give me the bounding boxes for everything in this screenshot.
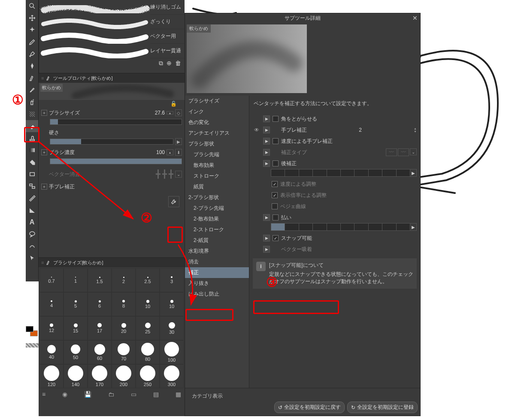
correct-type-option-icon[interactable]: 〰 [386, 148, 397, 156]
expand-icon[interactable]: ▶ [263, 160, 270, 167]
tool-cursor-icon[interactable] [26, 252, 38, 264]
category-paper[interactable]: 紙質 [185, 181, 249, 192]
subtool-add-icon[interactable]: ⊕ [167, 60, 172, 67]
brushsize-cell[interactable]: 0.7 [39, 268, 64, 292]
dialog-titlebar[interactable]: サブツール詳細 ✕ [185, 13, 420, 23]
tool-magnify-icon[interactable] [26, 0, 38, 12]
density-value[interactable]: 100 [156, 149, 165, 155]
save-icon[interactable]: 💾 [84, 391, 91, 398]
category-ink[interactable]: インク [185, 106, 249, 117]
brush-row-layerthrough[interactable]: レイヤー貫通 [39, 44, 185, 58]
visibility-icon[interactable] [253, 160, 261, 167]
expand-icon[interactable]: ▶ [263, 115, 270, 122]
checkbox[interactable] [273, 235, 279, 241]
checkbox[interactable] [273, 160, 279, 166]
drag-handle-icon[interactable]: ≡ [41, 260, 44, 265]
visibility-icon[interactable] [253, 214, 261, 221]
brushsize-cell[interactable]: 2 [112, 268, 136, 292]
drag-handle-icon[interactable]: ≡ [41, 76, 44, 81]
taper-bar[interactable]: ▶ [271, 223, 417, 231]
tool-pencil-icon[interactable] [26, 36, 38, 48]
brushsize-cell[interactable]: 60 [88, 340, 112, 364]
vector-erase-mode-icon[interactable]: ╋ [162, 169, 167, 179]
brush-row-rough[interactable]: ざっくり [39, 15, 185, 29]
brush-row-kneaded[interactable]: 練り消しゴム [39, 0, 185, 15]
tool-brush-icon[interactable] [26, 84, 38, 96]
category-stroke2[interactable]: 2-ストローク [185, 224, 249, 235]
tool-spray-icon[interactable] [26, 96, 38, 108]
tool-sparkle-icon[interactable] [26, 24, 38, 36]
brushsize-value[interactable]: 27.6 [155, 110, 165, 116]
brushsize-cell[interactable]: 120 [39, 364, 64, 388]
spinner-up-icon[interactable]: ▲ [167, 111, 173, 115]
expand-icon[interactable]: ▶ [263, 246, 270, 253]
brushsize-cell[interactable]: 20 [112, 316, 136, 340]
spinner-icon[interactable]: ▲▼ [414, 127, 417, 133]
arrow-right-icon[interactable]: ▶ [410, 169, 417, 177]
wrench-button[interactable] [168, 196, 179, 207]
chevron-down-icon[interactable]: ⌄ [410, 148, 417, 155]
brushsize-cell[interactable]: 50 [64, 340, 88, 364]
brushsize-cell[interactable]: 30 [160, 316, 184, 340]
visibility-icon[interactable]: 👁 [253, 126, 261, 134]
spinner-icon[interactable]: ▲ [167, 149, 173, 155]
tool-line-icon[interactable] [26, 240, 38, 252]
card-icon[interactable]: ▭ [131, 391, 136, 398]
category-btip[interactable]: ブラシ先端 [185, 149, 249, 160]
category-scatter2[interactable]: 2-散布効果 [185, 214, 249, 224]
checkbox[interactable] [273, 138, 279, 144]
brushsize-cell[interactable]: 4 [39, 292, 64, 316]
brushsize-cell[interactable]: 170 [88, 364, 112, 388]
brushsize-cell[interactable]: 40 [39, 340, 64, 364]
record-icon[interactable]: ◉ [62, 391, 67, 398]
post-correct-bar[interactable]: ▶ [271, 169, 417, 177]
category-brushsize[interactable]: ブラシサイズ [185, 96, 249, 106]
color-swatches[interactable] [26, 326, 39, 343]
brush-row-vector[interactable]: ベクター用 [39, 29, 185, 44]
expand-icon[interactable]: + [41, 110, 47, 116]
brushsize-cell[interactable]: 250 [136, 364, 160, 388]
stabilize-value[interactable]: 2 [359, 127, 362, 133]
brushsize-cell[interactable]: 1 [64, 268, 88, 292]
visibility-icon[interactable] [253, 234, 261, 242]
brushsize-cell[interactable]: 6 [88, 292, 112, 316]
subtool-delete-icon[interactable]: 🗑 [175, 60, 181, 67]
tool-pen-icon[interactable] [26, 48, 38, 60]
visibility-icon[interactable] [253, 115, 261, 123]
brushsize-cell[interactable]: 140 [64, 364, 88, 388]
visibility-icon[interactable] [253, 137, 261, 145]
brushsize-cell[interactable]: 5 [64, 292, 88, 316]
close-icon[interactable]: ✕ [412, 15, 418, 21]
brushsize-cell[interactable]: 300 [160, 364, 184, 388]
brushsize-slider[interactable] [39, 118, 185, 127]
save-settings-button[interactable]: ↻全設定を初期設定に登録 [347, 402, 418, 413]
tool-calligraphy-icon[interactable] [26, 72, 38, 84]
expand-icon[interactable]: ▶ [263, 235, 270, 242]
brushsize-cell[interactable]: 1.5 [88, 268, 112, 292]
brushsize-cell[interactable]: 2.5 [136, 268, 160, 292]
lock-icon[interactable]: 🔓 [167, 99, 180, 109]
brushsize-cell[interactable]: 100 [160, 340, 184, 364]
category-stroke[interactable]: ストローク [185, 171, 249, 181]
category-bshape[interactable]: ブラシ形状 [185, 139, 249, 149]
visibility-icon[interactable] [253, 148, 261, 156]
arrow-right-icon[interactable]: ▶ [175, 138, 182, 145]
checkbox[interactable] [273, 215, 279, 221]
correct-type-option-icon[interactable]: 〰 [398, 148, 409, 156]
vector-erase-mode-icon[interactable]: ╋ [156, 169, 161, 179]
expand-icon[interactable]: ▶ [263, 127, 270, 133]
category-scatter[interactable]: 散布効果 [185, 160, 249, 171]
brushsize-cell[interactable]: 70 [112, 340, 136, 364]
vector-erase-mode-icon[interactable]: ╋ [169, 169, 173, 179]
brushsize-cell[interactable]: 80 [136, 340, 160, 364]
link-icon[interactable]: ◇ [175, 109, 182, 116]
folder-icon[interactable]: 🗀 [108, 391, 114, 398]
checkbox[interactable] [272, 203, 278, 209]
checkbox[interactable] [273, 116, 279, 122]
queue-icon[interactable]: ▤ [153, 391, 159, 398]
checkbox[interactable] [272, 181, 278, 187]
menu-icon[interactable]: ≡ [42, 391, 45, 398]
brushsize-cell[interactable]: 12 [39, 316, 64, 340]
foreground-color[interactable] [26, 326, 33, 332]
expand-icon[interactable]: ▶ [263, 214, 270, 221]
